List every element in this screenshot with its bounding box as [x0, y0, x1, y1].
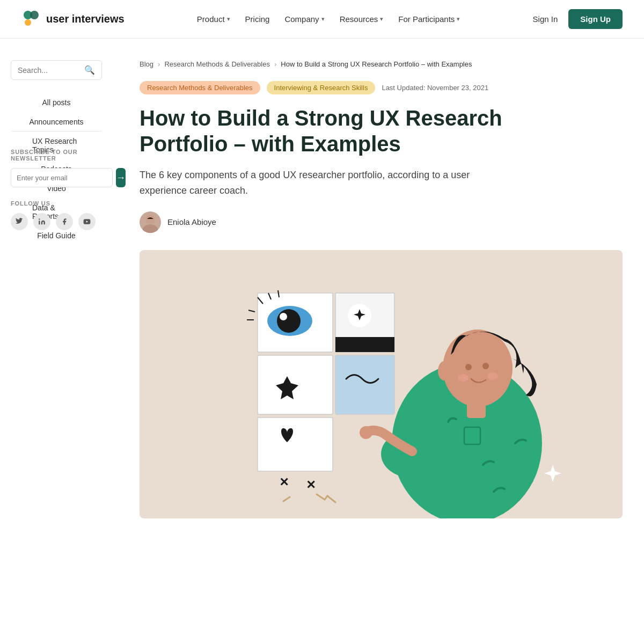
- tag-research-methods[interactable]: Research Methods & Deliverables: [140, 81, 260, 94]
- search-icon: 🔍: [84, 65, 95, 75]
- logo-text: user interviews: [46, 13, 125, 25]
- breadcrumb-research-methods[interactable]: Research Methods & Deliverables: [164, 60, 270, 68]
- tags-row: Research Methods & Deliverables Intervie…: [140, 81, 623, 94]
- chevron-down-icon: ▾: [227, 16, 230, 23]
- breadcrumb: Blog › Research Methods & Deliverables ›…: [140, 60, 623, 68]
- main-content: Blog › Research Methods & Deliverables ›…: [113, 60, 644, 551]
- sign-in-button[interactable]: Sign In: [533, 14, 558, 24]
- nav-actions: Sign In Sign Up: [533, 9, 623, 29]
- svg-point-12: [280, 313, 287, 320]
- email-row: →: [11, 168, 102, 187]
- twitter-icon[interactable]: [11, 213, 28, 230]
- logo[interactable]: user interviews: [21, 10, 125, 29]
- sidebar-item-announcements[interactable]: Announcements: [29, 112, 83, 131]
- email-input[interactable]: [11, 168, 113, 187]
- sidebar-nav: All posts Announcements UX Research Topi…: [11, 93, 102, 131]
- author-avatar: [140, 211, 161, 233]
- search-box[interactable]: 🔍: [11, 60, 102, 80]
- nav-for-participants[interactable]: For Participants ▾: [398, 14, 460, 24]
- svg-point-11: [277, 309, 301, 333]
- logo-icon: [21, 10, 41, 29]
- linkedin-icon[interactable]: [33, 213, 50, 230]
- nav-company[interactable]: Company ▾: [284, 14, 324, 24]
- svg-point-32: [487, 372, 498, 380]
- nav-links: Product ▾ Pricing Company ▾ Resources ▾ …: [197, 14, 460, 24]
- youtube-icon[interactable]: [78, 213, 96, 230]
- nav-resources[interactable]: Resources ▾: [340, 14, 384, 24]
- breadcrumb-current: How to Build a Strong UX Research Portfo…: [281, 60, 472, 68]
- svg-point-5: [145, 215, 155, 224]
- main-nav: user interviews Product ▾ Pricing Compan…: [0, 0, 644, 39]
- author-row: Eniola Abioye: [140, 211, 623, 233]
- facebook-icon[interactable]: [56, 213, 73, 230]
- svg-point-6: [143, 224, 158, 233]
- breadcrumb-sep-2: ›: [274, 60, 276, 68]
- svg-point-29: [465, 364, 472, 370]
- author-name: Eniola Abioye: [167, 217, 216, 226]
- article-title: How to Build a Strong UX Research Portfo…: [140, 105, 547, 157]
- breadcrumb-blog[interactable]: Blog: [140, 60, 153, 68]
- nav-product[interactable]: Product ▾: [197, 14, 230, 24]
- sidebar-item-all-posts[interactable]: All posts: [42, 93, 71, 112]
- page-layout: 🔍 All posts Announcements UX Research To…: [0, 39, 644, 551]
- svg-rect-20: [335, 337, 394, 352]
- svg-rect-34: [467, 402, 486, 418]
- svg-text:✕: ✕: [279, 475, 289, 489]
- svg-point-2: [25, 19, 31, 26]
- svg-point-1: [30, 11, 39, 19]
- article-subtitle: The 6 key components of a good UX resear…: [140, 167, 504, 199]
- svg-rect-22: [335, 355, 394, 414]
- sign-up-button[interactable]: Sign Up: [568, 9, 623, 29]
- newsletter-section: SUBSCRIBE TO OUR NEWSLETTER →: [11, 149, 102, 187]
- search-input[interactable]: [18, 66, 80, 75]
- chevron-down-icon: ▾: [380, 16, 383, 23]
- svg-point-3: [39, 218, 40, 219]
- chevron-down-icon: ▾: [321, 16, 325, 23]
- hero-illustration: ✕ ✕: [140, 250, 623, 518]
- last-updated: Last Updated: November 23, 2021: [382, 84, 488, 92]
- svg-point-35: [360, 426, 372, 439]
- breadcrumb-sep: ›: [158, 60, 160, 68]
- svg-text:✕: ✕: [306, 478, 316, 492]
- svg-point-28: [443, 330, 513, 407]
- nav-pricing[interactable]: Pricing: [245, 14, 270, 24]
- svg-point-30: [482, 363, 489, 369]
- svg-point-31: [458, 374, 469, 382]
- chevron-down-icon: ▾: [457, 16, 460, 23]
- sidebar: 🔍 All posts Announcements UX Research To…: [0, 60, 113, 551]
- hero-image: ✕ ✕: [140, 250, 623, 518]
- tag-interviewing[interactable]: Interviewing & Research Skills: [267, 81, 376, 94]
- svg-point-33: [438, 361, 451, 380]
- svg-rect-23: [258, 418, 333, 471]
